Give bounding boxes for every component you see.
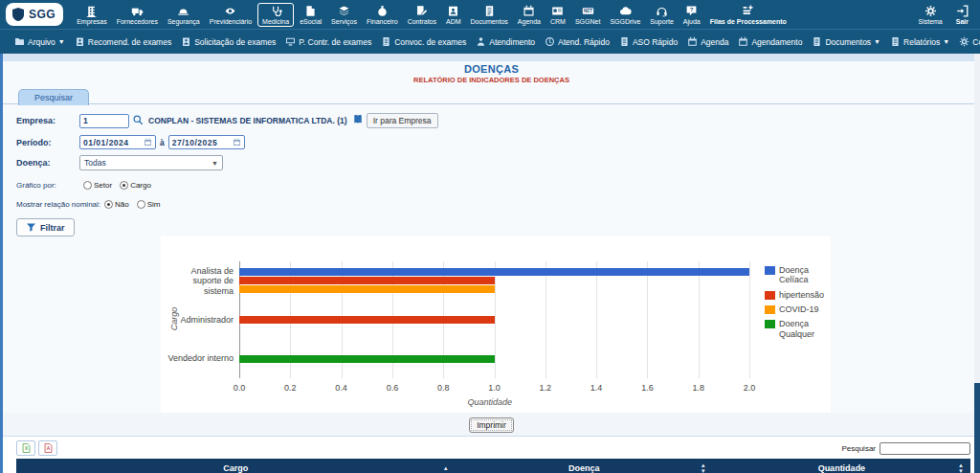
radio-grafico-setor[interactable]: Setor	[83, 181, 112, 190]
radio-icon	[120, 181, 128, 190]
legend-item[interactable]: Doença Celíaca	[765, 265, 826, 285]
book-icon	[349, 112, 367, 129]
menu-item-documentos[interactable]: Documentos▼	[807, 34, 885, 49]
legend-item[interactable]: Doença Qualquer	[765, 319, 826, 339]
radio-icon	[104, 200, 113, 209]
doenca-select[interactable]: Todas ▼	[79, 155, 223, 170]
top-nav-item-sggdrive[interactable]: SGGDrive	[606, 4, 644, 26]
legend-swatch	[765, 266, 775, 275]
calendar-icon[interactable]	[233, 138, 241, 146]
top-nav-item-filas[interactable]: Filas de Processamento	[706, 4, 791, 26]
menu-item-arquivo[interactable]: Arquivo▼	[10, 34, 70, 49]
imprimir-button[interactable]: Imprimir	[469, 417, 514, 433]
menu-item-pcontr-exames[interactable]: P. Contr. de exames	[280, 34, 376, 49]
menu-item-atend-rapido[interactable]: Atend. Rápido	[540, 34, 614, 49]
top-nav-item-sair[interactable]: Sair	[952, 4, 972, 26]
radio-nominal-não[interactable]: Não	[104, 200, 129, 209]
periodo-separator: à	[160, 138, 165, 147]
radio-icon	[137, 200, 145, 209]
radio-nominal-sim[interactable]: Sim	[137, 200, 161, 209]
chevron-down-icon: ▼	[943, 38, 949, 45]
menu-item-recomend-exames[interactable]: Recomend. de exames	[70, 34, 176, 49]
chevron-down-icon: ▼	[212, 160, 218, 167]
svg-text:NET: NET	[584, 9, 592, 13]
empresa-search-icon[interactable]	[129, 112, 146, 129]
x-axis-tick: 0.4	[327, 383, 356, 393]
top-nav-item-seguranca[interactable]: Segurança	[164, 4, 204, 26]
menu-item-agendamento[interactable]: Agendamento	[733, 34, 807, 49]
pagefold-icon	[304, 5, 317, 17]
grafico-por-label: Gráfico por:	[16, 181, 79, 190]
building-icon	[85, 5, 98, 17]
page-subtitle: RELATÓRIO DE INDICADORES DE DOENÇAS	[3, 76, 980, 84]
menu-item-configuracoes[interactable]: Configurações▼	[954, 34, 980, 49]
top-nav-item-agenda[interactable]: Agenda	[514, 4, 545, 26]
tab-pesquisar[interactable]: Pesquisar	[18, 89, 89, 105]
radio-grafico-cargo[interactable]: Cargo	[120, 181, 151, 190]
column-header-quantidade[interactable]: Quantidade▲▼	[713, 459, 970, 473]
table-search-input[interactable]	[880, 442, 970, 455]
top-nav-item-documentos[interactable]: Documentos	[467, 4, 512, 26]
clipperson-icon	[75, 36, 85, 47]
top-nav-item-previdenciario[interactable]: Previdenciário	[206, 4, 256, 26]
top-nav-item-servicos[interactable]: Serviços	[327, 4, 361, 26]
scrollbar-thumb[interactable]	[974, 383, 980, 473]
top-nav-item-crm[interactable]: CRM	[546, 4, 569, 26]
filtrar-button[interactable]: Filtrar	[16, 218, 75, 236]
x-axis-tick: 0.8	[429, 383, 457, 393]
scrollbar-track[interactable]	[974, 54, 980, 473]
sort-asc-icon: ▲	[443, 465, 449, 471]
top-nav-label: Serviços	[331, 18, 357, 25]
chart-bar[interactable]	[239, 268, 749, 276]
chart-bar[interactable]	[239, 316, 495, 324]
menu-item-label: ASO Rápido	[633, 37, 678, 47]
sgg-logo[interactable]: SGG	[6, 3, 63, 26]
top-nav-item-ajuda[interactable]: ?Ajuda	[679, 4, 704, 26]
chart-bar[interactable]	[239, 277, 495, 284]
radio-label: Sim	[147, 200, 161, 209]
gridline	[596, 261, 597, 378]
menu-item-relatorios[interactable]: Relatórios▼	[885, 34, 954, 49]
menu-item-aso-rapido[interactable]: ASO Rápido	[614, 34, 682, 49]
top-nav-item-medicina[interactable]: Medicina	[257, 3, 294, 27]
column-header-label: Doença	[568, 463, 600, 473]
cloud-icon	[619, 5, 632, 17]
radio-label: Cargo	[130, 181, 151, 190]
menu-item-convoc-exames[interactable]: Convoc. de exames	[376, 34, 471, 49]
chart-bar[interactable]	[239, 355, 495, 363]
menu-item-label: Arquivo	[28, 37, 56, 47]
top-nav-item-esocial[interactable]: eSocial	[296, 4, 325, 26]
top-nav-item-fornecedores[interactable]: Fornecedores	[113, 4, 162, 26]
chart-bar[interactable]	[239, 285, 495, 293]
top-nav-item-sggnet[interactable]: NETSGGNet	[571, 4, 604, 26]
top-nav-item-financeiro[interactable]: Financeiro	[363, 4, 402, 26]
menu-item-label: Convoc. de exames	[394, 37, 466, 47]
question-icon: ?	[685, 5, 698, 17]
legend-label: COVID-19	[779, 304, 819, 314]
top-nav-item-adm[interactable]: ADM	[442, 4, 465, 26]
menu-item-agenda[interactable]: Agenda	[682, 34, 733, 49]
top-nav-item-suporte[interactable]: Suporte	[646, 4, 678, 26]
doenca-label: Doença:	[16, 158, 79, 168]
doenca-select-value: Todas	[84, 158, 106, 168]
top-nav-label: SGGNet	[575, 18, 600, 25]
legend-item[interactable]: hipertensão	[765, 290, 826, 300]
legend-item[interactable]: COVID-19	[765, 304, 826, 314]
top-nav-item-empresas[interactable]: Empresas	[73, 4, 111, 26]
top-nav-item-contratos[interactable]: Contratos	[404, 4, 440, 26]
column-header-doença[interactable]: Doença▲▼	[456, 459, 713, 473]
export-excel-button[interactable]: X	[16, 440, 35, 456]
menu-item-solicitacao-exames[interactable]: Solicitação de exames	[176, 34, 280, 49]
calendar-icon	[738, 36, 748, 47]
x-axis-tick: 1.8	[684, 383, 713, 393]
column-header-cargo[interactable]: Cargo▲	[16, 459, 456, 473]
menu-item-atendimento[interactable]: Atendimento	[471, 34, 540, 49]
top-nav-item-sistema[interactable]: Sistema	[914, 4, 946, 26]
menu-bar: Arquivo▼Recomend. de examesSolicitação d…	[0, 29, 980, 54]
ir-para-empresa-button[interactable]: Ir para Empresa	[367, 113, 438, 128]
calendar-icon[interactable]	[144, 138, 152, 146]
logo-text: SGG	[29, 8, 56, 21]
export-pdf-button[interactable]: A	[38, 440, 57, 456]
empresa-code-input[interactable]	[79, 114, 129, 128]
menu-item-label: Configurações	[972, 37, 980, 47]
